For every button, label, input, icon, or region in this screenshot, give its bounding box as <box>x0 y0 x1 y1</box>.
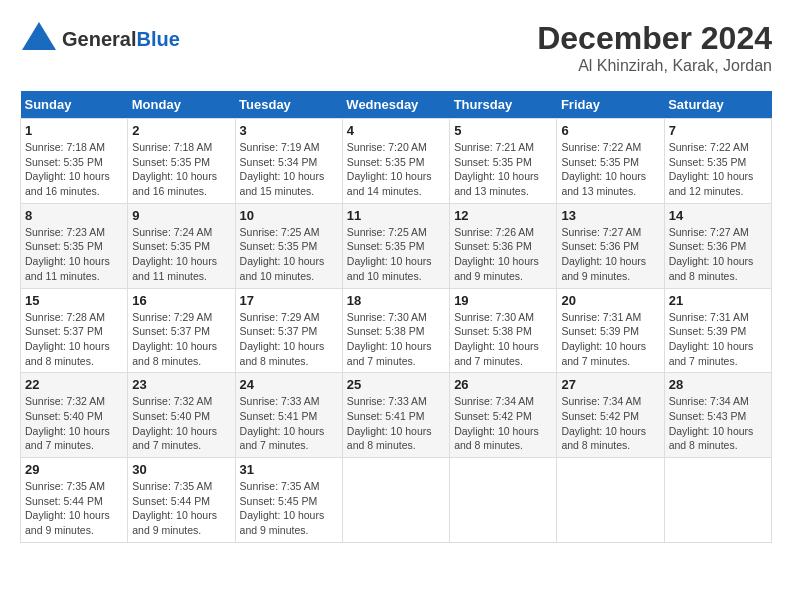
calendar-cell <box>664 458 771 543</box>
day-header-saturday: Saturday <box>664 91 771 119</box>
day-number: 25 <box>347 377 445 392</box>
day-number: 29 <box>25 462 123 477</box>
day-number: 22 <box>25 377 123 392</box>
day-detail: Sunrise: 7:29 AMSunset: 5:37 PMDaylight:… <box>132 310 230 369</box>
day-header-wednesday: Wednesday <box>342 91 449 119</box>
day-number: 23 <box>132 377 230 392</box>
calendar-cell: 15Sunrise: 7:28 AMSunset: 5:37 PMDayligh… <box>21 288 128 373</box>
day-detail: Sunrise: 7:18 AMSunset: 5:35 PMDaylight:… <box>132 140 230 199</box>
day-number: 9 <box>132 208 230 223</box>
day-number: 14 <box>669 208 767 223</box>
day-number: 18 <box>347 293 445 308</box>
calendar-cell: 21Sunrise: 7:31 AMSunset: 5:39 PMDayligh… <box>664 288 771 373</box>
day-detail: Sunrise: 7:20 AMSunset: 5:35 PMDaylight:… <box>347 140 445 199</box>
calendar-cell: 12Sunrise: 7:26 AMSunset: 5:36 PMDayligh… <box>450 203 557 288</box>
calendar-cell: 13Sunrise: 7:27 AMSunset: 5:36 PMDayligh… <box>557 203 664 288</box>
day-number: 7 <box>669 123 767 138</box>
calendar-cell: 18Sunrise: 7:30 AMSunset: 5:38 PMDayligh… <box>342 288 449 373</box>
day-number: 10 <box>240 208 338 223</box>
day-number: 4 <box>347 123 445 138</box>
calendar-cell: 10Sunrise: 7:25 AMSunset: 5:35 PMDayligh… <box>235 203 342 288</box>
calendar-cell <box>342 458 449 543</box>
day-detail: Sunrise: 7:34 AMSunset: 5:42 PMDaylight:… <box>561 394 659 453</box>
day-number: 1 <box>25 123 123 138</box>
day-detail: Sunrise: 7:24 AMSunset: 5:35 PMDaylight:… <box>132 225 230 284</box>
day-detail: Sunrise: 7:35 AMSunset: 5:44 PMDaylight:… <box>25 479 123 538</box>
day-number: 30 <box>132 462 230 477</box>
day-number: 17 <box>240 293 338 308</box>
day-detail: Sunrise: 7:18 AMSunset: 5:35 PMDaylight:… <box>25 140 123 199</box>
day-detail: Sunrise: 7:30 AMSunset: 5:38 PMDaylight:… <box>347 310 445 369</box>
day-number: 24 <box>240 377 338 392</box>
calendar-cell <box>450 458 557 543</box>
logo-general: General <box>62 28 136 50</box>
day-detail: Sunrise: 7:27 AMSunset: 5:36 PMDaylight:… <box>669 225 767 284</box>
day-number: 3 <box>240 123 338 138</box>
day-detail: Sunrise: 7:22 AMSunset: 5:35 PMDaylight:… <box>561 140 659 199</box>
calendar-week-5: 29Sunrise: 7:35 AMSunset: 5:44 PMDayligh… <box>21 458 772 543</box>
location-title: Al Khinzirah, Karak, Jordan <box>537 57 772 75</box>
day-number: 2 <box>132 123 230 138</box>
logo: GeneralBlue <box>20 20 180 58</box>
day-number: 6 <box>561 123 659 138</box>
day-detail: Sunrise: 7:34 AMSunset: 5:43 PMDaylight:… <box>669 394 767 453</box>
calendar-week-2: 8Sunrise: 7:23 AMSunset: 5:35 PMDaylight… <box>21 203 772 288</box>
calendar-cell: 25Sunrise: 7:33 AMSunset: 5:41 PMDayligh… <box>342 373 449 458</box>
day-detail: Sunrise: 7:33 AMSunset: 5:41 PMDaylight:… <box>240 394 338 453</box>
calendar-cell: 29Sunrise: 7:35 AMSunset: 5:44 PMDayligh… <box>21 458 128 543</box>
calendar-header-row: SundayMondayTuesdayWednesdayThursdayFrid… <box>21 91 772 119</box>
calendar-cell: 11Sunrise: 7:25 AMSunset: 5:35 PMDayligh… <box>342 203 449 288</box>
day-detail: Sunrise: 7:25 AMSunset: 5:35 PMDaylight:… <box>240 225 338 284</box>
day-number: 12 <box>454 208 552 223</box>
logo-blue: Blue <box>136 28 179 50</box>
calendar-cell <box>557 458 664 543</box>
calendar-cell: 28Sunrise: 7:34 AMSunset: 5:43 PMDayligh… <box>664 373 771 458</box>
calendar-cell: 5Sunrise: 7:21 AMSunset: 5:35 PMDaylight… <box>450 119 557 204</box>
calendar-cell: 1Sunrise: 7:18 AMSunset: 5:35 PMDaylight… <box>21 119 128 204</box>
calendar-cell: 4Sunrise: 7:20 AMSunset: 5:35 PMDaylight… <box>342 119 449 204</box>
month-title: December 2024 <box>537 20 772 57</box>
day-detail: Sunrise: 7:33 AMSunset: 5:41 PMDaylight:… <box>347 394 445 453</box>
calendar-table: SundayMondayTuesdayWednesdayThursdayFrid… <box>20 91 772 543</box>
day-number: 27 <box>561 377 659 392</box>
calendar-cell: 3Sunrise: 7:19 AMSunset: 5:34 PMDaylight… <box>235 119 342 204</box>
logo-icon <box>20 20 58 58</box>
day-detail: Sunrise: 7:21 AMSunset: 5:35 PMDaylight:… <box>454 140 552 199</box>
day-header-monday: Monday <box>128 91 235 119</box>
day-detail: Sunrise: 7:19 AMSunset: 5:34 PMDaylight:… <box>240 140 338 199</box>
calendar-week-4: 22Sunrise: 7:32 AMSunset: 5:40 PMDayligh… <box>21 373 772 458</box>
calendar-cell: 22Sunrise: 7:32 AMSunset: 5:40 PMDayligh… <box>21 373 128 458</box>
calendar-cell: 14Sunrise: 7:27 AMSunset: 5:36 PMDayligh… <box>664 203 771 288</box>
calendar-cell: 23Sunrise: 7:32 AMSunset: 5:40 PMDayligh… <box>128 373 235 458</box>
day-number: 13 <box>561 208 659 223</box>
calendar-cell: 7Sunrise: 7:22 AMSunset: 5:35 PMDaylight… <box>664 119 771 204</box>
calendar-cell: 26Sunrise: 7:34 AMSunset: 5:42 PMDayligh… <box>450 373 557 458</box>
calendar-cell: 24Sunrise: 7:33 AMSunset: 5:41 PMDayligh… <box>235 373 342 458</box>
day-number: 31 <box>240 462 338 477</box>
day-number: 8 <box>25 208 123 223</box>
calendar-cell: 16Sunrise: 7:29 AMSunset: 5:37 PMDayligh… <box>128 288 235 373</box>
header: GeneralBlue December 2024 Al Khinzirah, … <box>20 20 772 75</box>
day-number: 28 <box>669 377 767 392</box>
calendar-cell: 8Sunrise: 7:23 AMSunset: 5:35 PMDaylight… <box>21 203 128 288</box>
day-header-thursday: Thursday <box>450 91 557 119</box>
day-detail: Sunrise: 7:28 AMSunset: 5:37 PMDaylight:… <box>25 310 123 369</box>
day-header-tuesday: Tuesday <box>235 91 342 119</box>
day-detail: Sunrise: 7:26 AMSunset: 5:36 PMDaylight:… <box>454 225 552 284</box>
day-detail: Sunrise: 7:34 AMSunset: 5:42 PMDaylight:… <box>454 394 552 453</box>
calendar-cell: 27Sunrise: 7:34 AMSunset: 5:42 PMDayligh… <box>557 373 664 458</box>
day-detail: Sunrise: 7:29 AMSunset: 5:37 PMDaylight:… <box>240 310 338 369</box>
day-detail: Sunrise: 7:30 AMSunset: 5:38 PMDaylight:… <box>454 310 552 369</box>
calendar-cell: 2Sunrise: 7:18 AMSunset: 5:35 PMDaylight… <box>128 119 235 204</box>
day-number: 15 <box>25 293 123 308</box>
day-detail: Sunrise: 7:35 AMSunset: 5:44 PMDaylight:… <box>132 479 230 538</box>
calendar-cell: 30Sunrise: 7:35 AMSunset: 5:44 PMDayligh… <box>128 458 235 543</box>
day-number: 16 <box>132 293 230 308</box>
calendar-cell: 19Sunrise: 7:30 AMSunset: 5:38 PMDayligh… <box>450 288 557 373</box>
calendar-cell: 6Sunrise: 7:22 AMSunset: 5:35 PMDaylight… <box>557 119 664 204</box>
day-detail: Sunrise: 7:23 AMSunset: 5:35 PMDaylight:… <box>25 225 123 284</box>
day-detail: Sunrise: 7:25 AMSunset: 5:35 PMDaylight:… <box>347 225 445 284</box>
day-number: 21 <box>669 293 767 308</box>
day-detail: Sunrise: 7:31 AMSunset: 5:39 PMDaylight:… <box>561 310 659 369</box>
day-number: 26 <box>454 377 552 392</box>
